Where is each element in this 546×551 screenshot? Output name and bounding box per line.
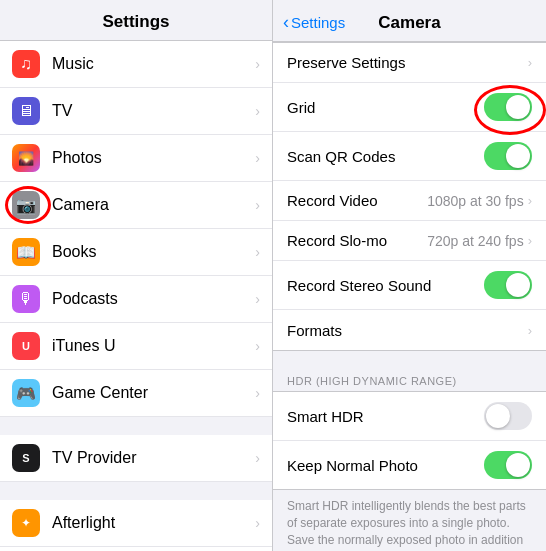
game-label: Game Center (52, 384, 255, 402)
itunes-chevron: › (255, 338, 260, 354)
scan-qr-toggle-knob (506, 144, 530, 168)
left-title: Settings (102, 12, 169, 31)
smart-hdr-toggle[interactable] (484, 402, 532, 430)
hdr-section-gap (273, 351, 546, 369)
tv-label: TV (52, 102, 255, 120)
books-icon: 📖 (12, 238, 40, 266)
sidebar-item-photos[interactable]: 🌄 Photos › (0, 135, 272, 182)
sidebar-item-afterlight[interactable]: ✦ Afterlight › (0, 500, 272, 547)
preserve-settings-label: Preserve Settings (287, 54, 528, 71)
hdr-section: Smart HDR Keep Normal Photo (273, 391, 546, 490)
record-slo-mo-row[interactable]: Record Slo-mo 720p at 240 fps › (273, 221, 546, 261)
game-icon: 🎮 (12, 379, 40, 407)
formats-chevron: › (528, 323, 532, 338)
record-stereo-row[interactable]: Record Stereo Sound (273, 261, 546, 310)
music-icon: ♫ (12, 50, 40, 78)
right-panel: ‹ Settings Camera Preserve Settings › Gr… (273, 0, 546, 551)
hdr-section-label: HDR (HIGH DYNAMIC RANGE) (273, 369, 546, 391)
tv-provider-chevron: › (255, 450, 260, 466)
sidebar-item-tv[interactable]: 🖥 TV › (0, 88, 272, 135)
sidebar-item-game[interactable]: 🎮 Game Center › (0, 370, 272, 417)
settings-list-2: S TV Provider › (0, 435, 272, 482)
preserve-settings-chevron: › (528, 55, 532, 70)
podcasts-icon: 🎙 (12, 285, 40, 313)
afterlight-label: Afterlight (52, 514, 255, 532)
sidebar-item-tv-provider[interactable]: S TV Provider › (0, 435, 272, 482)
tv-provider-label: TV Provider (52, 449, 255, 467)
sidebar-item-camera[interactable]: 📷 Camera › (0, 182, 272, 229)
podcasts-chevron: › (255, 291, 260, 307)
settings-list-1: ♫ Music › 🖥 TV › 🌄 Photos › 📷 Camera › 📖… (0, 41, 272, 417)
separator-1 (0, 417, 272, 435)
record-stereo-toggle-knob (506, 273, 530, 297)
sidebar-item-music[interactable]: ♫ Music › (0, 41, 272, 88)
itunes-icon: U (12, 332, 40, 360)
camera-label: Camera (52, 196, 255, 214)
sidebar-item-airbrush[interactable]: ✿ AirBrush › (0, 547, 272, 551)
record-video-value: 1080p at 30 fps (427, 193, 524, 209)
formats-label: Formats (287, 322, 528, 339)
right-header: ‹ Settings Camera (273, 0, 546, 42)
right-title: Camera (378, 13, 440, 33)
grid-label: Grid (287, 99, 484, 116)
left-panel: Settings ♫ Music › 🖥 TV › 🌄 Photos › 📷 C… (0, 0, 273, 551)
camera-settings-section: Preserve Settings › Grid Scan QR Codes R… (273, 42, 546, 351)
smart-hdr-row[interactable]: Smart HDR (273, 392, 546, 441)
tv-chevron: › (255, 103, 260, 119)
podcasts-label: Podcasts (52, 290, 255, 308)
keep-normal-toggle[interactable] (484, 451, 532, 479)
smart-hdr-toggle-knob (486, 404, 510, 428)
sidebar-item-podcasts[interactable]: 🎙 Podcasts › (0, 276, 272, 323)
photos-chevron: › (255, 150, 260, 166)
music-label: Music (52, 55, 255, 73)
photos-label: Photos (52, 149, 255, 167)
afterlight-icon: ✦ (12, 509, 40, 537)
preserve-settings-row[interactable]: Preserve Settings › (273, 43, 546, 83)
back-button[interactable]: ‹ Settings (283, 12, 345, 33)
afterlight-chevron: › (255, 515, 260, 531)
scan-qr-row[interactable]: Scan QR Codes (273, 132, 546, 181)
record-stereo-label: Record Stereo Sound (287, 277, 484, 294)
camera-icon: 📷 (12, 191, 40, 219)
left-header: Settings (0, 0, 272, 41)
record-slo-mo-value: 720p at 240 fps (427, 233, 524, 249)
smart-hdr-label: Smart HDR (287, 408, 484, 425)
scan-qr-toggle[interactable] (484, 142, 532, 170)
grid-row[interactable]: Grid (273, 83, 546, 132)
grid-toggle-knob (506, 95, 530, 119)
record-slo-mo-chevron: › (528, 233, 532, 248)
record-video-label: Record Video (287, 192, 427, 209)
keep-normal-row[interactable]: Keep Normal Photo (273, 441, 546, 489)
separator-2 (0, 482, 272, 500)
itunes-label: iTunes U (52, 337, 255, 355)
photos-icon: 🌄 (12, 144, 40, 172)
record-video-chevron: › (528, 193, 532, 208)
hdr-description: Smart HDR intelligently blends the best … (273, 490, 546, 551)
record-slo-mo-label: Record Slo-mo (287, 232, 427, 249)
keep-normal-toggle-knob (506, 453, 530, 477)
back-label: Settings (291, 14, 345, 31)
books-label: Books (52, 243, 255, 261)
keep-normal-label: Keep Normal Photo (287, 457, 484, 474)
record-video-row[interactable]: Record Video 1080p at 30 fps › (273, 181, 546, 221)
game-chevron: › (255, 385, 260, 401)
tv-icon: 🖥 (12, 97, 40, 125)
back-chevron-icon: ‹ (283, 12, 289, 33)
sidebar-item-itunes[interactable]: U iTunes U › (0, 323, 272, 370)
formats-row[interactable]: Formats › (273, 310, 546, 350)
settings-list-3: ✦ Afterlight › ✿ AirBrush › a Amazon › 🍎… (0, 500, 272, 551)
sidebar-item-books[interactable]: 📖 Books › (0, 229, 272, 276)
scan-qr-label: Scan QR Codes (287, 148, 484, 165)
grid-toggle[interactable] (484, 93, 532, 121)
books-chevron: › (255, 244, 260, 260)
record-stereo-toggle[interactable] (484, 271, 532, 299)
music-chevron: › (255, 56, 260, 72)
tv-provider-icon: S (12, 444, 40, 472)
camera-chevron: › (255, 197, 260, 213)
